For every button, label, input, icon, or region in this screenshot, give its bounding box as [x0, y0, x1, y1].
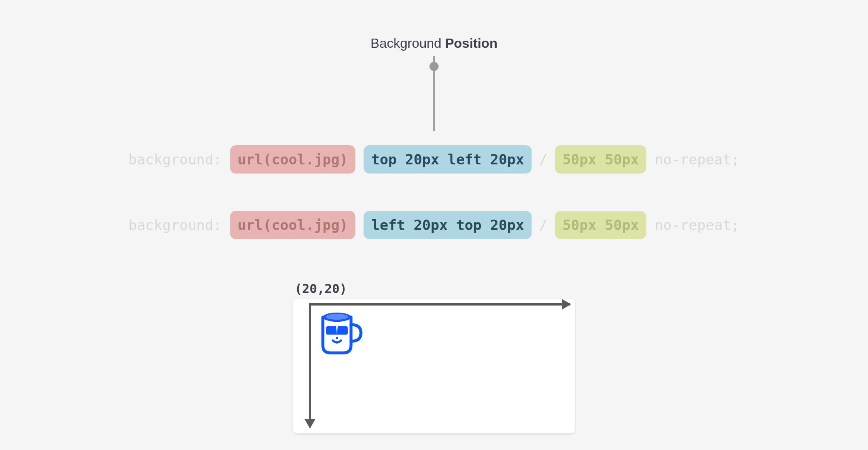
- svg-point-3: [336, 337, 338, 339]
- slash-separator: /: [539, 151, 547, 168]
- token-repeat: no-repeat;: [651, 151, 740, 168]
- y-axis-arrow: [309, 303, 311, 428]
- heading-emphasis: Position: [445, 36, 497, 51]
- heading-prefix: Background: [371, 36, 445, 51]
- token-position: left 20px top 20px: [364, 211, 532, 239]
- token-size: 50px 50px: [555, 211, 646, 239]
- code-line: background: url(cool.jpg) left 20px top …: [128, 211, 739, 239]
- token-url: url(cool.jpg): [230, 211, 356, 239]
- mug-icon: [315, 310, 365, 360]
- diagram-heading: Background Position: [371, 36, 497, 51]
- token-position: top 20px left 20px: [364, 145, 532, 174]
- connector-line: [433, 56, 435, 131]
- code-line: background: url(cool.jpg) top 20px left …: [128, 145, 739, 174]
- svg-point-1: [326, 314, 348, 320]
- code-lines-container: background: url(cool.jpg) top 20px left …: [128, 145, 739, 239]
- preview-box: (20,20): [293, 299, 575, 433]
- css-property: background:: [128, 217, 226, 233]
- x-axis-arrow: [309, 303, 570, 306]
- coordinate-label: (20,20): [295, 281, 347, 296]
- slash-separator: /: [539, 217, 547, 233]
- token-repeat: no-repeat;: [651, 217, 740, 233]
- token-size: 50px 50px: [555, 145, 646, 174]
- css-property: background:: [128, 151, 226, 168]
- token-url: url(cool.jpg): [230, 145, 356, 174]
